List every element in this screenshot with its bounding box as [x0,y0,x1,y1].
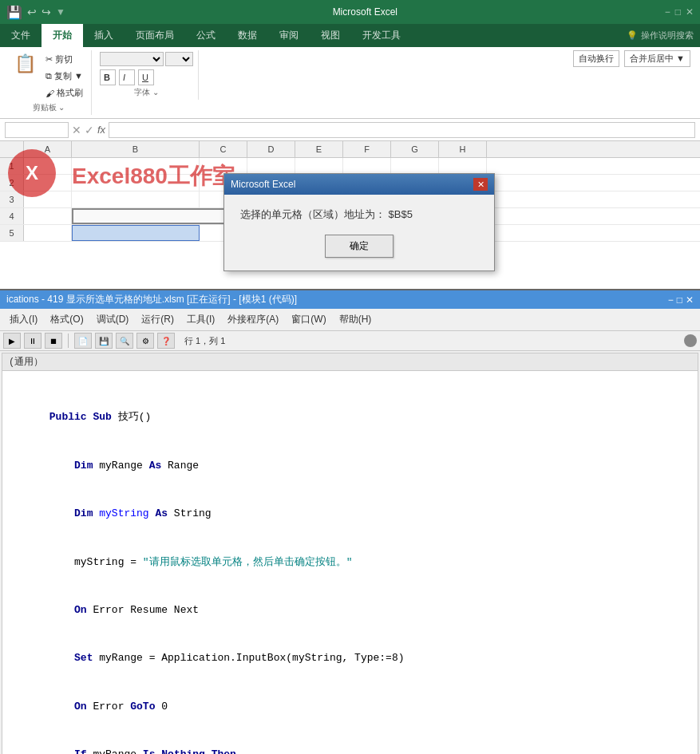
formula-input[interactable] [109,122,695,138]
tab-formulas[interactable]: 公式 [185,24,227,47]
wrap-text-button[interactable]: 自动换行 [573,50,619,67]
vbe-tb-btn-3[interactable]: ⏹ [45,333,62,349]
dialog-titlebar: Microsoft Excel ✕ [224,174,494,195]
col-b: B [72,141,200,157]
dialog-message: 选择的单元格（区域）地址为： $B$5 [240,207,478,222]
col-a: A [24,141,72,157]
vbe-window: ications - 419 显示所选单元格的地址.xlsm [正在运行] - … [0,289,700,754]
scissors-icon: ✂ [45,54,53,65]
ribbon-tabs: 文件 开始 插入 页面布局 公式 数据 审阅 视图 开发工具 💡 操作说明搜索 [0,24,700,47]
underline-button[interactable]: U [138,69,154,85]
dialog-ok-button[interactable]: 确定 [325,235,394,258]
format-painter-button[interactable]: 🖌 格式刷 [42,85,86,101]
formula-bar: ✕ ✓ fx [0,119,700,141]
vbe-cursor-position: 行 1，列 1 [184,335,225,347]
corner-cell [0,141,24,157]
paintbrush-icon: 🖌 [45,89,54,98]
col-e: E [295,141,343,157]
vbe-close-btn[interactable]: ✕ [686,294,694,306]
tab-review[interactable]: 审阅 [268,24,310,47]
vbe-menu-format[interactable]: 格式(O) [44,310,89,329]
vbe-tb-btn-7[interactable]: ⚙ [136,333,154,349]
clipboard-label: 剪贴板 ⌄ [33,102,65,113]
tab-developer[interactable]: 开发工具 [351,24,412,47]
code-line-public-sub: Public Sub 技巧() [12,393,688,441]
lightbulb-icon: 💡 [627,30,638,41]
tab-data[interactable]: 数据 [227,24,268,47]
col-c: C [200,141,247,157]
cut-label: 剪切 [55,53,73,65]
vbe-tb-btn-6[interactable]: 🔍 [116,333,133,349]
tab-home[interactable]: 开始 [42,24,83,47]
spreadsheet-area: X Excel880工作室 A B C D E F G H 1 2 [0,141,700,289]
vbe-menu-help[interactable]: 帮助(H) [333,310,378,329]
col-f: F [343,141,391,157]
formula-cancel-icon[interactable]: ✕ [72,124,81,136]
italic-button[interactable]: I [119,69,135,85]
ribbon: 文件 开始 插入 页面布局 公式 数据 审阅 视图 开发工具 💡 操作说明搜索 … [0,24,700,119]
code-line-on-error-resume: On Error Resume Next [12,586,688,634]
font-group: B I U 字体 ⌄ [95,50,199,100]
vbe-code-area[interactable]: (通用） Public Sub 技巧() Dim myRange As Rang… [2,353,698,754]
code-module-header: (通用） [2,353,698,371]
dialog-body: 选择的单元格（区域）地址为： $B$5 确定 [224,195,494,270]
code-line-dim-range: Dim myRange As Range [12,442,688,490]
vbe-menu-insert[interactable]: 插入(I) [3,310,44,329]
font-family-select[interactable] [100,52,164,66]
vbe-menu-tools[interactable]: 工具(I) [180,310,221,329]
column-headers: A B C D E F G H [0,141,700,158]
code-line-set-inputbox: Set myRange = Application.InputBox(myStr… [12,634,688,682]
dialog-title: Microsoft Excel [231,179,295,190]
paste-icon: 📋 [14,53,36,74]
vbe-toolbar: ▶ ⏸ ⏹ 📄 💾 🔍 ⚙ ❓ 行 1，列 1 [0,331,700,351]
bold-button[interactable]: B [100,69,116,85]
ribbon-content: 📋 ✂ 剪切 ⧉ 复制 ▼ 🖌 格式刷 [0,47,700,119]
tab-insert[interactable]: 插入 [83,24,125,47]
vbe-tb-btn-5[interactable]: 💾 [95,333,113,349]
font-size-select[interactable] [165,52,193,66]
font-label: 字体 ⌄ [134,87,159,98]
tab-view[interactable]: 视图 [310,24,351,47]
excel-titlebar: 💾 ↩ ↪ ▼ Microsoft Excel − □ ✕ [0,0,700,24]
titlebar-left-icons: 💾 ↩ ↪ ▼ [6,5,65,20]
col-h: H [439,141,487,157]
dialog-box: Microsoft Excel ✕ 选择的单元格（区域）地址为： $B$5 确定 [223,173,495,271]
clipboard-group: 📋 ✂ 剪切 ⧉ 复制 ▼ 🖌 格式刷 [6,50,92,115]
vbe-maximize-btn[interactable]: □ [677,294,682,306]
dialog-close-button[interactable]: ✕ [473,178,488,191]
fx-icon[interactable]: fx [97,124,105,136]
copy-label: 复制 ▼ [54,70,83,82]
vbe-menu-run[interactable]: 运行(R) [135,310,180,329]
dialog-overlay: Microsoft Excel ✕ 选择的单元格（区域）地址为： $B$5 确定 [223,173,495,271]
tab-file[interactable]: 文件 [0,24,42,47]
vbe-tb-btn-8[interactable]: ❓ [157,333,175,349]
vbe-title-text: ications - 419 显示所选单元格的地址.xlsm [正在运行] - … [6,293,297,306]
vbe-tb-btn-1[interactable]: ▶ [3,333,21,349]
copy-icon: ⧉ [45,71,52,81]
code-line-assign: myString = "请用鼠标选取单元格，然后单击确定按钮。" [12,538,688,586]
formula-confirm-icon[interactable]: ✓ [85,124,94,136]
vbe-titlebar: ications - 419 显示所选单元格的地址.xlsm [正在运行] - … [0,290,700,309]
vbe-tb-btn-4[interactable]: 📄 [74,333,92,349]
sheet-row-1: 1 [0,158,700,175]
vbe-menu-window[interactable]: 窗口(W) [285,310,332,329]
search-placeholder[interactable]: 操作说明搜索 [641,30,694,41]
vbe-minimize-btn[interactable]: − [668,294,674,306]
window-title: Microsoft Excel [65,6,665,18]
copy-button[interactable]: ⧉ 复制 ▼ [42,69,86,84]
name-box[interactable] [5,122,69,138]
vbe-menu-debug[interactable]: 调试(D) [90,310,136,329]
vbe-menu-addins[interactable]: 外接程序(A) [221,310,285,329]
format-painter-label: 格式刷 [57,87,83,99]
paste-button[interactable]: 📋 [11,52,39,76]
merge-center-button[interactable]: 合并后居中 ▼ [624,50,690,67]
vbe-scroll-handle[interactable] [684,334,697,347]
titlebar-right-icons: − □ ✕ [665,6,694,18]
code-line-if: If myRange Is Nothing Then [12,731,688,754]
vbe-tb-btn-2[interactable]: ⏸ [24,333,42,349]
code-line-on-error-goto: On Error GoTo 0 [12,683,688,731]
code-line-dim-string: Dim myString As String [12,490,688,538]
vbe-menubar: 插入(I) 格式(O) 调试(D) 运行(R) 工具(I) 外接程序(A) 窗口… [0,309,700,331]
tab-page-layout[interactable]: 页面布局 [125,24,185,47]
cut-button[interactable]: ✂ 剪切 [42,52,86,67]
